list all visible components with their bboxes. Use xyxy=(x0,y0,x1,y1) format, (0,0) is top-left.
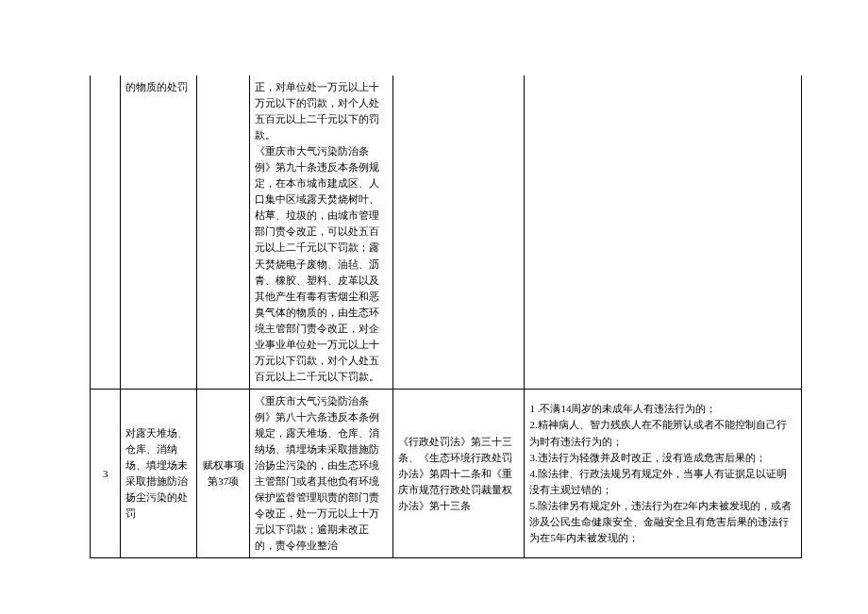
authority xyxy=(197,75,250,389)
authority: 赋权事项第37项 xyxy=(197,389,250,557)
procedure xyxy=(392,75,525,389)
procedure: 《行政处罚法》第三十三条、《生态环境行政处罚办法》第四十二条和《重庆市规范行政处… xyxy=(392,389,525,557)
item-name: 对露天堆场、仓库、消纳场、填埋场未采取措施防治扬尘污染的处罚 xyxy=(121,389,197,557)
discretion: 1 .不满14周岁的未成年人有违法行为的；2.精神病人、智力残疾人在不能辨认或者… xyxy=(525,389,802,557)
regulation-table: 的物质的处罚 正，对单位处一万元以上十万元以下的罚款，对个人处五百元以上二千元以… xyxy=(90,75,802,558)
discretion xyxy=(525,75,802,389)
row-index: 3 xyxy=(91,389,121,557)
legal-basis: 《重庆市大气污染防治条例》第八十六条违反本条例规定，露天堆场、仓库、消纳场、填埋… xyxy=(249,389,392,557)
table-row: 3 对露天堆场、仓库、消纳场、填埋场未采取措施防治扬尘污染的处罚 赋权事项第37… xyxy=(91,389,802,557)
legal-basis: 正，对单位处一万元以上十万元以下的罚款，对个人处五百元以上二千元以下的罚款。《重… xyxy=(249,75,392,389)
row-index xyxy=(91,75,121,389)
item-name: 的物质的处罚 xyxy=(121,75,197,389)
table-row: 的物质的处罚 正，对单位处一万元以上十万元以下的罚款，对个人处五百元以上二千元以… xyxy=(91,75,802,389)
